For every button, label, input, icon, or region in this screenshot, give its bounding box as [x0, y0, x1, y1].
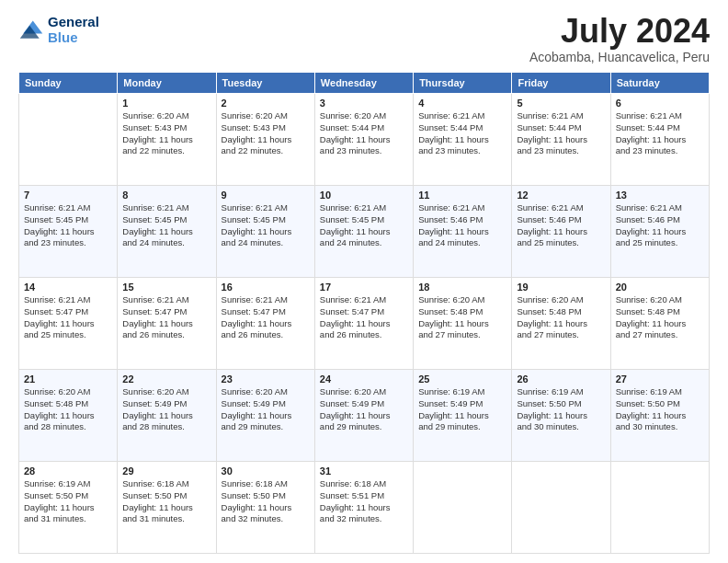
day-info: Sunrise: 6:20 AM Sunset: 5:48 PM Dayligh… [418, 294, 506, 341]
day-number: 18 [418, 282, 506, 293]
day-number: 4 [418, 98, 506, 109]
table-row: 24Sunrise: 6:20 AM Sunset: 5:49 PM Dayli… [314, 370, 413, 462]
title-block: July 2024 Acobamba, Huancavelica, Peru [529, 15, 710, 64]
calendar-week-row: 1Sunrise: 6:20 AM Sunset: 5:43 PM Daylig… [19, 94, 710, 186]
table-row: 12Sunrise: 6:21 AM Sunset: 5:46 PM Dayli… [512, 186, 610, 278]
table-row [414, 462, 512, 554]
day-number: 9 [222, 190, 310, 201]
table-row: 28Sunrise: 6:19 AM Sunset: 5:50 PM Dayli… [19, 462, 118, 554]
day-number: 26 [517, 373, 605, 385]
day-info: Sunrise: 6:21 AM Sunset: 5:46 PM Dayligh… [616, 202, 704, 249]
table-row: 8Sunrise: 6:21 AM Sunset: 5:45 PM Daylig… [118, 186, 216, 278]
table-row: 20Sunrise: 6:20 AM Sunset: 5:48 PM Dayli… [610, 278, 709, 370]
col-thursday: Thursday [414, 73, 512, 94]
table-row: 19Sunrise: 6:20 AM Sunset: 5:48 PM Dayli… [512, 278, 610, 370]
day-info: Sunrise: 6:18 AM Sunset: 5:50 PM Dayligh… [222, 478, 310, 525]
col-sunday: Sunday [19, 73, 118, 94]
day-number: 17 [320, 282, 408, 293]
day-number: 25 [418, 373, 506, 385]
calendar-week-row: 7Sunrise: 6:21 AM Sunset: 5:45 PM Daylig… [19, 186, 710, 278]
day-info: Sunrise: 6:20 AM Sunset: 5:43 PM Dayligh… [122, 110, 210, 157]
table-row: 18Sunrise: 6:20 AM Sunset: 5:48 PM Dayli… [414, 278, 512, 370]
page: General Blue July 2024 Acobamba, Huancav… [0, 0, 728, 563]
day-info: Sunrise: 6:21 AM Sunset: 5:45 PM Dayligh… [24, 202, 112, 249]
day-info: Sunrise: 6:21 AM Sunset: 5:47 PM Dayligh… [24, 294, 112, 341]
table-row: 15Sunrise: 6:21 AM Sunset: 5:47 PM Dayli… [118, 278, 216, 370]
logo-text: General Blue [48, 15, 99, 45]
day-info: Sunrise: 6:18 AM Sunset: 5:50 PM Dayligh… [122, 478, 210, 525]
logo: General Blue [18, 15, 99, 45]
day-info: Sunrise: 6:20 AM Sunset: 5:48 PM Dayligh… [616, 294, 704, 341]
day-info: Sunrise: 6:21 AM Sunset: 5:45 PM Dayligh… [222, 202, 310, 249]
col-wednesday: Wednesday [314, 73, 413, 94]
table-row: 17Sunrise: 6:21 AM Sunset: 5:47 PM Dayli… [314, 278, 413, 370]
day-number: 24 [320, 373, 408, 385]
table-row [610, 462, 709, 554]
day-number: 7 [24, 190, 112, 201]
col-friday: Friday [512, 73, 610, 94]
table-row: 31Sunrise: 6:18 AM Sunset: 5:51 PM Dayli… [314, 462, 413, 554]
day-number: 11 [418, 190, 506, 201]
day-number: 1 [122, 98, 210, 109]
table-row: 6Sunrise: 6:21 AM Sunset: 5:44 PM Daylig… [610, 94, 709, 186]
table-row [512, 462, 610, 554]
table-row [19, 94, 118, 186]
day-number: 30 [222, 465, 310, 477]
day-info: Sunrise: 6:18 AM Sunset: 5:51 PM Dayligh… [320, 478, 408, 525]
day-number: 8 [122, 190, 210, 201]
table-row: 10Sunrise: 6:21 AM Sunset: 5:45 PM Dayli… [314, 186, 413, 278]
table-row: 30Sunrise: 6:18 AM Sunset: 5:50 PM Dayli… [216, 462, 314, 554]
day-number: 6 [616, 98, 704, 109]
table-row: 1Sunrise: 6:20 AM Sunset: 5:43 PM Daylig… [118, 94, 216, 186]
day-number: 20 [616, 282, 704, 293]
table-row: 21Sunrise: 6:20 AM Sunset: 5:48 PM Dayli… [19, 370, 118, 462]
table-row: 14Sunrise: 6:21 AM Sunset: 5:47 PM Dayli… [19, 278, 118, 370]
day-number: 31 [320, 465, 408, 477]
logo-icon [18, 17, 44, 43]
location-subtitle: Acobamba, Huancavelica, Peru [529, 50, 710, 64]
day-info: Sunrise: 6:21 AM Sunset: 5:47 PM Dayligh… [320, 294, 408, 341]
day-info: Sunrise: 6:21 AM Sunset: 5:44 PM Dayligh… [616, 110, 704, 157]
table-row: 16Sunrise: 6:21 AM Sunset: 5:47 PM Dayli… [216, 278, 314, 370]
day-info: Sunrise: 6:21 AM Sunset: 5:47 PM Dayligh… [122, 294, 210, 341]
calendar-week-row: 14Sunrise: 6:21 AM Sunset: 5:47 PM Dayli… [19, 278, 710, 370]
table-row: 27Sunrise: 6:19 AM Sunset: 5:50 PM Dayli… [610, 370, 709, 462]
table-row: 23Sunrise: 6:20 AM Sunset: 5:49 PM Dayli… [216, 370, 314, 462]
table-row: 26Sunrise: 6:19 AM Sunset: 5:50 PM Dayli… [512, 370, 610, 462]
col-saturday: Saturday [610, 73, 709, 94]
table-row: 11Sunrise: 6:21 AM Sunset: 5:46 PM Dayli… [414, 186, 512, 278]
day-info: Sunrise: 6:21 AM Sunset: 5:47 PM Dayligh… [222, 294, 310, 341]
day-info: Sunrise: 6:20 AM Sunset: 5:43 PM Dayligh… [222, 110, 310, 157]
day-info: Sunrise: 6:21 AM Sunset: 5:45 PM Dayligh… [320, 202, 408, 249]
table-row: 22Sunrise: 6:20 AM Sunset: 5:49 PM Dayli… [118, 370, 216, 462]
calendar-table: Sunday Monday Tuesday Wednesday Thursday… [18, 72, 710, 554]
table-row: 4Sunrise: 6:21 AM Sunset: 5:44 PM Daylig… [414, 94, 512, 186]
day-info: Sunrise: 6:20 AM Sunset: 5:49 PM Dayligh… [222, 386, 310, 433]
day-info: Sunrise: 6:20 AM Sunset: 5:44 PM Dayligh… [320, 110, 408, 157]
day-number: 10 [320, 190, 408, 201]
day-info: Sunrise: 6:20 AM Sunset: 5:48 PM Dayligh… [517, 294, 605, 341]
day-number: 21 [24, 373, 112, 385]
day-info: Sunrise: 6:20 AM Sunset: 5:48 PM Dayligh… [24, 386, 112, 433]
table-row: 2Sunrise: 6:20 AM Sunset: 5:43 PM Daylig… [216, 94, 314, 186]
day-info: Sunrise: 6:21 AM Sunset: 5:46 PM Dayligh… [517, 202, 605, 249]
day-number: 29 [122, 465, 210, 477]
calendar-header-row: Sunday Monday Tuesday Wednesday Thursday… [19, 73, 710, 94]
day-number: 22 [122, 373, 210, 385]
day-number: 16 [222, 282, 310, 293]
header: General Blue July 2024 Acobamba, Huancav… [18, 15, 710, 64]
table-row: 25Sunrise: 6:19 AM Sunset: 5:49 PM Dayli… [414, 370, 512, 462]
table-row: 29Sunrise: 6:18 AM Sunset: 5:50 PM Dayli… [118, 462, 216, 554]
table-row: 9Sunrise: 6:21 AM Sunset: 5:45 PM Daylig… [216, 186, 314, 278]
day-number: 13 [616, 190, 704, 201]
month-title: July 2024 [529, 15, 710, 48]
day-info: Sunrise: 6:19 AM Sunset: 5:50 PM Dayligh… [24, 478, 112, 525]
day-number: 5 [517, 98, 605, 109]
calendar-week-row: 21Sunrise: 6:20 AM Sunset: 5:48 PM Dayli… [19, 370, 710, 462]
day-number: 14 [24, 282, 112, 293]
day-info: Sunrise: 6:19 AM Sunset: 5:49 PM Dayligh… [418, 386, 506, 433]
day-info: Sunrise: 6:20 AM Sunset: 5:49 PM Dayligh… [320, 386, 408, 433]
table-row: 7Sunrise: 6:21 AM Sunset: 5:45 PM Daylig… [19, 186, 118, 278]
day-info: Sunrise: 6:21 AM Sunset: 5:46 PM Dayligh… [418, 202, 506, 249]
day-number: 15 [122, 282, 210, 293]
